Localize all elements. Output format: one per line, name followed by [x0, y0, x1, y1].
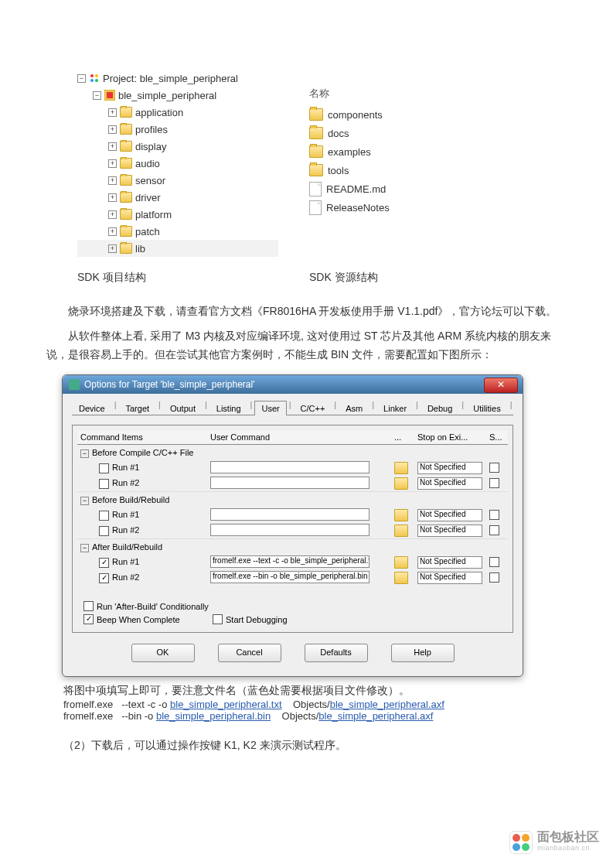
svg-point-4	[95, 79, 98, 82]
expand-icon[interactable]: +	[108, 210, 117, 219]
run-checkbox[interactable]	[99, 573, 109, 583]
tree-folder-label: platform	[135, 209, 172, 220]
folder-icon	[309, 127, 323, 139]
collapse-icon[interactable]: −	[93, 91, 101, 100]
tree-folder-label: profiles	[135, 124, 168, 135]
tab-asm[interactable]: Asm	[339, 401, 370, 415]
collapse-icon[interactable]: −	[77, 74, 86, 83]
tab-output[interactable]: Output	[163, 401, 203, 415]
expand-icon[interactable]: +	[108, 125, 117, 134]
stop-select[interactable]: Not Specified	[417, 462, 482, 474]
col-s: S...	[486, 430, 508, 445]
expand-icon[interactable]: +	[108, 244, 117, 253]
tab-listing[interactable]: Listing	[209, 401, 248, 415]
expand-icon[interactable]: +	[108, 176, 117, 185]
tree-target[interactable]: − ble_simple_peripheral	[77, 87, 278, 104]
run-after-checkbox[interactable]	[83, 601, 94, 611]
tree-folder[interactable]: +display	[77, 138, 278, 155]
stop-select[interactable]: Not Specified	[417, 525, 482, 537]
dialog-body: Device| Target| Output| Listing| User| C…	[63, 394, 523, 676]
cancel-button[interactable]: Cancel	[218, 644, 281, 662]
run-checkbox[interactable]	[99, 511, 109, 521]
tab-user[interactable]: User	[254, 401, 286, 415]
run-checkbox[interactable]	[99, 463, 109, 473]
cmd-input[interactable]	[210, 461, 370, 473]
expand-icon[interactable]: +	[108, 193, 117, 202]
tree-folder[interactable]: +application	[77, 104, 278, 121]
collapse-icon[interactable]: −	[80, 449, 89, 458]
file-folder[interactable]: examples	[309, 142, 464, 161]
cmd-input[interactable]	[210, 477, 370, 489]
collapse-icon[interactable]: −	[80, 497, 89, 505]
stop-select[interactable]: Not Specified	[417, 477, 482, 490]
col-browse: ...	[391, 430, 414, 445]
tree-root[interactable]: − Project: ble_simple_peripheral	[77, 70, 278, 87]
tab-debug[interactable]: Debug	[421, 401, 459, 415]
cmd-input[interactable]: fromelf.exe --bin -o ble_simple_peripher…	[210, 571, 370, 583]
tab-linker[interactable]: Linker	[376, 401, 414, 415]
browse-button[interactable]	[394, 572, 408, 584]
file-name: components	[328, 109, 383, 121]
s-checkbox[interactable]	[489, 557, 499, 567]
help-button[interactable]: Help	[391, 644, 455, 662]
expand-icon[interactable]: +	[108, 159, 117, 168]
folder-icon	[309, 108, 323, 121]
tab-device[interactable]: Device	[72, 401, 112, 415]
stop-select[interactable]: Not Specified	[417, 509, 482, 521]
folder-icon	[309, 145, 323, 158]
tree-folder[interactable]: +patch	[77, 223, 278, 240]
beep-checkbox[interactable]	[83, 614, 94, 624]
stop-select[interactable]: Not Specified	[417, 556, 482, 569]
tree-folder[interactable]: +profiles	[77, 121, 278, 138]
tab-target[interactable]: Target	[118, 401, 156, 415]
expand-icon[interactable]: +	[108, 227, 117, 236]
cmd-input[interactable]	[210, 524, 370, 536]
close-button[interactable]: ✕	[484, 378, 518, 393]
caption-left: SDK 项目结构	[77, 271, 309, 285]
browse-button[interactable]	[394, 477, 408, 490]
file-item[interactable]: ReleaseNotes	[309, 198, 464, 217]
browse-button[interactable]	[394, 509, 408, 521]
s-checkbox[interactable]	[489, 478, 499, 488]
defaults-button[interactable]: Defaults	[305, 644, 368, 662]
s-checkbox[interactable]	[489, 572, 499, 583]
tree-folder[interactable]: +sensor	[77, 172, 278, 189]
s-checkbox[interactable]	[489, 463, 499, 473]
expand-icon[interactable]: +	[108, 108, 117, 117]
file-item[interactable]: README.md	[309, 179, 464, 198]
tab-utilities[interactable]: Utilities	[466, 401, 507, 415]
watermark: 面包板社区 mianbaoban.cn	[509, 831, 599, 854]
tree-folder[interactable]: +lib	[77, 240, 278, 257]
browse-button[interactable]	[394, 462, 408, 474]
run-label: Run #2	[112, 572, 139, 582]
cmd-input[interactable]	[210, 508, 370, 521]
ok-button[interactable]: OK	[131, 644, 195, 662]
s-checkbox[interactable]	[489, 510, 499, 520]
tree-folder[interactable]: +driver	[77, 189, 278, 206]
cmd-input[interactable]: fromelf.exe --text -c -o ble_simple_peri…	[210, 555, 370, 568]
tree-folder[interactable]: +audio	[77, 155, 278, 172]
tab-cpp[interactable]: C/C++	[294, 401, 332, 415]
collapse-icon[interactable]: −	[80, 544, 89, 552]
run-checkbox[interactable]	[99, 558, 109, 568]
tree-folder-label: audio	[135, 158, 160, 169]
browse-button[interactable]	[394, 525, 408, 537]
s-checkbox[interactable]	[489, 525, 499, 535]
file-folder[interactable]: components	[309, 105, 464, 124]
tree-folder-label: application	[135, 107, 183, 118]
file-folder[interactable]: tools	[309, 161, 464, 179]
folder-icon	[120, 209, 132, 220]
start-debug-checkbox[interactable]	[213, 614, 223, 624]
run-checkbox[interactable]	[99, 526, 109, 536]
stop-select[interactable]: Not Specified	[417, 572, 482, 584]
browse-button[interactable]	[394, 556, 408, 569]
svg-rect-0	[89, 73, 100, 84]
target-icon	[104, 90, 115, 101]
watermark-text: 面包板社区 mianbaoban.cn	[537, 832, 599, 853]
figures-row: − Project: ble_simple_peripheral − ble_s…	[77, 70, 567, 257]
tree-folder[interactable]: +platform	[77, 206, 278, 223]
run-checkbox[interactable]	[99, 479, 109, 489]
expand-icon[interactable]: +	[108, 142, 117, 151]
dialog-titlebar: Options for Target 'ble_simple_periphera…	[63, 375, 523, 394]
file-folder[interactable]: docs	[309, 124, 464, 142]
